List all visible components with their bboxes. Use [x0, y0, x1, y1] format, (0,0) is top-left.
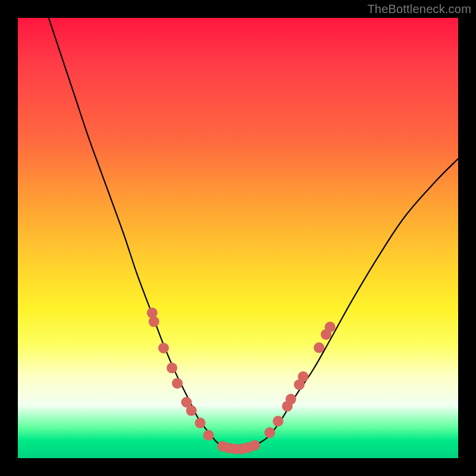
bead-marker	[325, 322, 336, 333]
bead-marker	[195, 418, 205, 428]
bead-markers	[147, 308, 336, 455]
bead-marker	[314, 342, 324, 353]
bead-marker	[186, 405, 197, 416]
chart-frame: TheBottleneck.com	[0, 0, 476, 476]
chart-svg	[18, 18, 458, 458]
bead-marker	[298, 371, 309, 382]
curve-path	[49, 18, 458, 450]
watermark-text: TheBottleneck.com	[367, 2, 471, 16]
bead-marker	[273, 416, 283, 427]
bead-marker	[158, 343, 169, 353]
bead-marker	[167, 362, 177, 373]
bead-marker	[147, 308, 158, 318]
bead-marker	[172, 378, 183, 389]
bead-marker	[149, 317, 159, 327]
bead-marker	[203, 430, 214, 441]
bead-marker	[249, 440, 260, 451]
bottleneck-curve	[49, 18, 458, 450]
bead-marker	[264, 427, 275, 438]
bead-marker	[286, 394, 296, 405]
